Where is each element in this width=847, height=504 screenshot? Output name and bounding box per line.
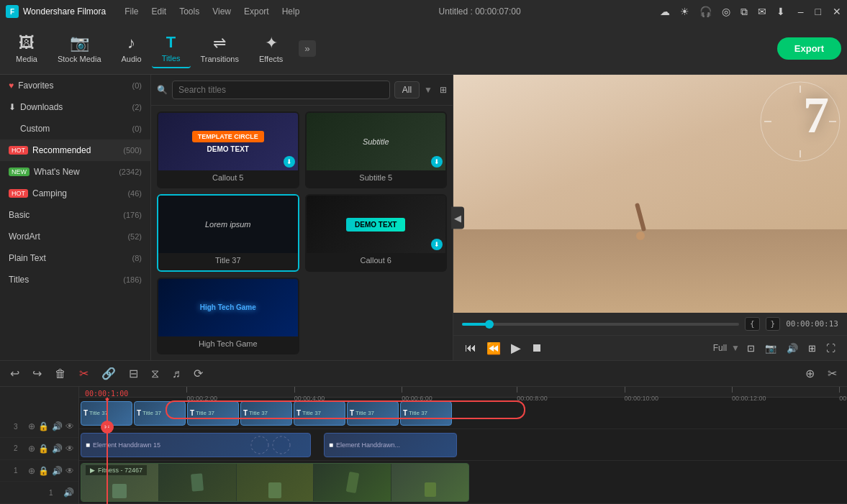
title-clip-6[interactable]: TTitle 37 <box>347 401 399 426</box>
title-card-game[interactable]: High Tech Game High Tech Game <box>157 278 299 354</box>
video-clip[interactable]: ▶ Fitness - 72467 <box>81 463 469 502</box>
sidebar-item-wordart[interactable]: WordArt (52) <box>0 226 150 247</box>
beat-detect-btn[interactable]: ♬ <box>168 366 185 382</box>
chevron-down-icon: ▼ <box>424 85 432 95</box>
cut-btn[interactable]: ✂ <box>75 365 93 382</box>
svg-point-0 <box>761 82 840 161</box>
minimize-btn[interactable]: – <box>798 6 804 18</box>
stop-btn[interactable]: ⏹ <box>528 340 545 356</box>
mail-icon[interactable]: ✉ <box>758 6 766 18</box>
sidebar-item-camping[interactable]: HOT Camping (46) <box>0 183 150 204</box>
preview-progress-bar[interactable] <box>462 323 739 326</box>
download-icon[interactable]: ⬇ <box>776 6 785 18</box>
scissors-btn[interactable]: ✂ <box>823 365 841 382</box>
headphone-icon[interactable]: 🎧 <box>699 6 712 18</box>
sidebar-item-plain-text[interactable]: Plain Text (8) <box>0 247 150 269</box>
skip-back-btn[interactable]: ⏮ <box>462 340 479 356</box>
element-clip-1[interactable]: ■ Element Handdrawn 15 <box>81 433 311 457</box>
track1-add-btn[interactable]: ⊕ <box>28 466 35 476</box>
titles-grid: TEMPLATE CIRCLE DEMO TEXT ⬇ Callout 5 Su… <box>151 106 453 360</box>
toolbar-stock-media[interactable]: 📷 Stock Media <box>47 29 112 68</box>
track2-volume-btn[interactable]: 🔊 <box>52 444 63 454</box>
title-card-subtitle5[interactable]: Subtitle ⬇ Subtitle 5 <box>305 111 448 188</box>
menu-file[interactable]: File <box>124 6 138 17</box>
title-card-title37[interactable]: Lorem ipsum Title 37 <box>157 194 299 271</box>
close-btn[interactable]: ✕ <box>833 6 841 18</box>
toolbar-audio[interactable]: ♪ Audio <box>112 29 152 68</box>
track3-eye-btn[interactable]: 👁 <box>65 421 74 431</box>
title-clip-2[interactable]: TTitle 37 <box>134 401 186 426</box>
maximize-btn[interactable]: □ <box>815 6 821 18</box>
menu-view[interactable]: View <box>212 6 231 17</box>
track3-lock-btn[interactable]: 🔒 <box>38 421 49 431</box>
cloud-icon[interactable]: ☁ <box>660 6 670 18</box>
progress-handle[interactable] <box>485 320 494 329</box>
sidebar-item-downloads[interactable]: ⬇ Downloads (2) <box>0 96 150 118</box>
track3-add-btn[interactable]: ⊕ <box>28 421 35 431</box>
menu-export[interactable]: Export <box>244 6 269 17</box>
expand-toolbar-btn[interactable]: » <box>299 40 315 57</box>
add-track-btn[interactable]: ⊕ <box>801 365 819 382</box>
track1-lock-btn[interactable]: 🔒 <box>38 466 49 476</box>
new-badge: NEW <box>9 168 30 176</box>
sidebar-item-favorites[interactable]: ♥ Favorites (0) <box>0 75 150 96</box>
toolbar-titles[interactable]: T Titles <box>152 29 191 68</box>
toolbar-effects[interactable]: ✦ Effects <box>249 29 293 68</box>
menu-edit[interactable]: Edit <box>152 6 167 17</box>
title-card-callout5[interactable]: TEMPLATE CIRCLE DEMO TEXT ⬇ Callout 5 <box>157 111 299 188</box>
sidebar-item-custom[interactable]: Custom (0) <box>0 118 150 139</box>
title-clip-3[interactable]: TTitle 37 <box>187 401 239 426</box>
sidebar-item-whats-new[interactable]: NEW What's New (2342) <box>0 161 150 183</box>
copy-icon[interactable]: ⧉ <box>740 6 748 18</box>
play-btn[interactable]: ▶ <box>508 339 524 357</box>
delete-btn[interactable]: 🗑 <box>50 366 71 382</box>
crop-btn[interactable]: ⊞ <box>805 342 819 355</box>
split-audio-btn[interactable]: ⊟ <box>124 365 142 382</box>
sun-icon[interactable]: ☀ <box>680 6 689 18</box>
track1-eye-btn[interactable]: 👁 <box>65 466 74 476</box>
track2-add-btn[interactable]: ⊕ <box>28 444 35 454</box>
filter-all-btn[interactable]: All <box>394 81 420 98</box>
panel-collapse-btn[interactable]: ◀ <box>451 206 464 229</box>
track0-volume-btn[interactable]: 🔊 <box>63 487 74 498</box>
sidebar-item-titles[interactable]: Titles (186) <box>0 269 150 290</box>
game-title-text: High Tech Game <box>200 303 256 311</box>
toolbar-media[interactable]: 🖼 Media <box>6 29 47 68</box>
camping-count: (46) <box>127 189 142 198</box>
pip-btn[interactable]: ⊡ <box>744 342 758 355</box>
menu-help[interactable]: Help <box>282 6 300 17</box>
title-card-callout6[interactable]: DEMO TEXT ⬇ Callout 6 <box>305 194 448 271</box>
track3-volume-btn[interactable]: 🔊 <box>52 421 63 431</box>
track1-volume-btn[interactable]: 🔊 <box>52 466 63 476</box>
volume-btn[interactable]: 🔊 <box>784 342 801 355</box>
toolbar-effects-label: Effects <box>259 55 283 63</box>
sidebar-item-recommended[interactable]: HOT Recommended (500) <box>0 139 150 161</box>
hot-badge-recommended: HOT <box>9 146 28 155</box>
clip-speed-btn[interactable]: ⧖ <box>147 366 163 382</box>
grid-view-icon[interactable]: ⊞ <box>440 85 447 95</box>
title-clip-5[interactable]: TTitle 37 <box>294 401 345 426</box>
toolbar-transitions[interactable]: ⇌ Transitions <box>191 29 249 68</box>
export-btn[interactable]: Export <box>777 37 841 60</box>
sidebar-item-basic[interactable]: Basic (176) <box>0 204 150 226</box>
undo-btn[interactable]: ↩ <box>6 365 24 382</box>
audio-sync-btn[interactable]: 🔗 <box>97 365 120 382</box>
menu-tools[interactable]: Tools <box>179 6 199 17</box>
redo-btn[interactable]: ↪ <box>28 365 46 382</box>
sidebar-whats-new-label: What's New <box>34 167 80 177</box>
circle-icon[interactable]: ◎ <box>722 6 730 18</box>
title-clip-7[interactable]: TTitle 37 <box>400 401 452 426</box>
track2-lock-btn[interactable]: 🔒 <box>38 444 49 454</box>
app-icon: F <box>6 5 19 18</box>
step-back-btn[interactable]: ⏪ <box>484 340 504 357</box>
screenshot-btn[interactable]: 📷 <box>762 342 779 355</box>
title-clip-4[interactable]: TTitle 37 <box>240 401 292 426</box>
game-title-name: High Tech Game <box>158 336 298 351</box>
search-input[interactable] <box>172 81 390 99</box>
keyframe-btn[interactable]: ⟳ <box>189 365 207 382</box>
window-title: Untitled : 00:00:07:00 <box>439 6 521 17</box>
element-clip-2[interactable]: ■ Element Handdrawn... <box>324 433 457 457</box>
track2-eye-btn[interactable]: 👁 <box>65 444 74 454</box>
hot-badge-camping: HOT <box>9 189 28 198</box>
fullscreen-btn[interactable]: ⛶ <box>823 342 838 355</box>
